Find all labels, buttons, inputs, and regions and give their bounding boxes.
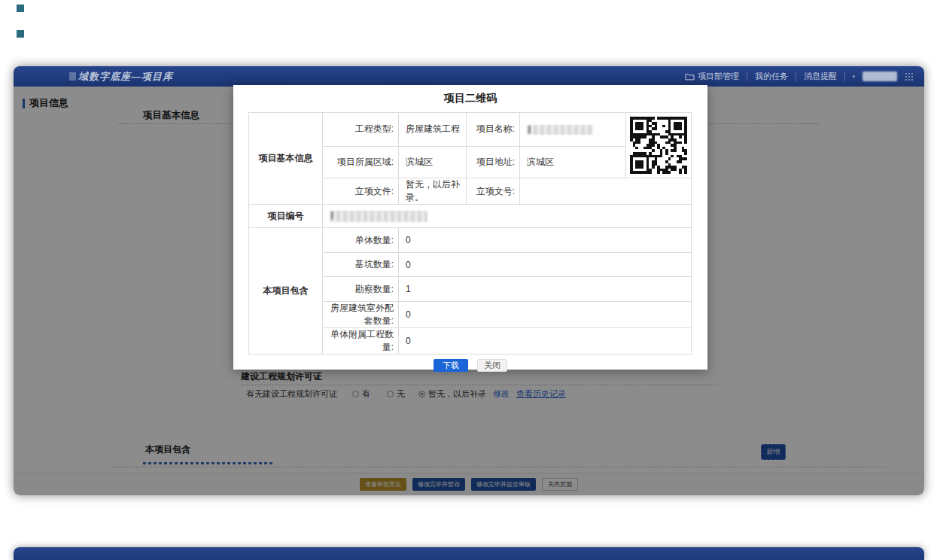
group-project-number: 项目编号: [249, 205, 323, 228]
modal-button-row: 下载 关闭: [233, 359, 707, 372]
field-value: 暂无，以后补录。: [399, 178, 467, 205]
field-label: 工程类型:: [323, 113, 399, 147]
field-label: 勘察数量:: [323, 277, 399, 302]
field-value: 0: [399, 302, 692, 328]
menu-item-label: 我的任务: [755, 71, 788, 82]
close-button[interactable]: 关闭: [477, 359, 507, 372]
qr-modal-dialog: 项目二维码 项目基本信息 工程类型: 房屋建筑工程 项目名称: 项目所属区域: …: [233, 85, 707, 370]
apps-grid-icon[interactable]: [905, 72, 914, 81]
decor-square-bottom: [17, 30, 24, 38]
header-bar: 域数字底座—项目库 项目部管理 我的任务 消息提醒: [14, 66, 924, 87]
field-value: 房屋建筑工程: [399, 113, 467, 147]
menu-divider: [844, 72, 845, 81]
modal-title: 项目二维码: [233, 92, 707, 105]
field-label: 立项文件:: [323, 178, 399, 205]
header-menu: 项目部管理 我的任务 消息提醒: [685, 66, 914, 87]
table-row: 本项目包含 单体数量: 0: [249, 228, 692, 253]
app-title-text: 域数字底座—项目库: [78, 71, 173, 82]
field-label: 单体数量:: [323, 228, 399, 253]
app-title: 域数字底座—项目库: [69, 70, 173, 84]
page-background: 域数字底座—项目库 项目部管理 我的任务 消息提醒: [0, 0, 937, 560]
redacted-mark: [528, 126, 531, 133]
field-value: 1: [399, 277, 692, 302]
title-redacted-prefix: [69, 72, 76, 81]
field-label: 房屋建筑室外配套数量:: [323, 302, 399, 328]
group-contains: 本项目包含: [249, 228, 323, 355]
field-label: 项目地址:: [467, 146, 520, 178]
user-status-dot: [853, 75, 855, 78]
field-value: 0: [399, 228, 692, 253]
project-number-redacted: [323, 205, 692, 228]
redacted-value: [330, 211, 427, 222]
table-row: 项目基本信息 工程类型: 房屋建筑工程 项目名称:: [249, 113, 692, 147]
project-name-redacted: [520, 113, 626, 147]
decor-square-top: [17, 5, 24, 12]
field-value: [520, 178, 692, 205]
menu-item-project-dept[interactable]: 项目部管理: [685, 71, 739, 82]
field-label: 项目所属区域:: [323, 146, 399, 178]
field-label: 项目名称:: [467, 113, 520, 147]
menu-item-my-tasks[interactable]: 我的任务: [755, 71, 788, 82]
qr-info-table: 项目基本信息 工程类型: 房屋建筑工程 项目名称: 项目所属区域: 滨城区 项目…: [248, 112, 692, 355]
folder-icon: [685, 72, 695, 81]
field-label: 单体附属工程数量:: [323, 328, 399, 355]
field-label: 基坑数量:: [323, 253, 399, 277]
group-basic-info: 项目基本信息: [249, 113, 323, 205]
table-row: 项目编号: [249, 205, 692, 228]
field-value: 滨城区: [520, 146, 626, 178]
menu-item-label: 项目部管理: [698, 71, 739, 82]
redacted-value: [527, 125, 593, 135]
redacted-mark: [331, 212, 333, 219]
second-window-header-bar: [14, 547, 924, 560]
field-value: 0: [399, 253, 692, 277]
qr-code-cell: [626, 113, 692, 178]
qr-code: [630, 117, 687, 174]
field-value: 0: [399, 328, 692, 355]
menu-item-label: 消息提醒: [804, 71, 837, 82]
menu-item-notifications[interactable]: 消息提醒: [804, 71, 837, 82]
download-button[interactable]: 下载: [434, 359, 468, 372]
user-name-redacted[interactable]: [862, 72, 897, 81]
field-label: 立项文号:: [467, 178, 520, 205]
field-value: 滨城区: [399, 146, 467, 178]
menu-divider: [747, 72, 747, 81]
menu-divider: [796, 72, 796, 81]
